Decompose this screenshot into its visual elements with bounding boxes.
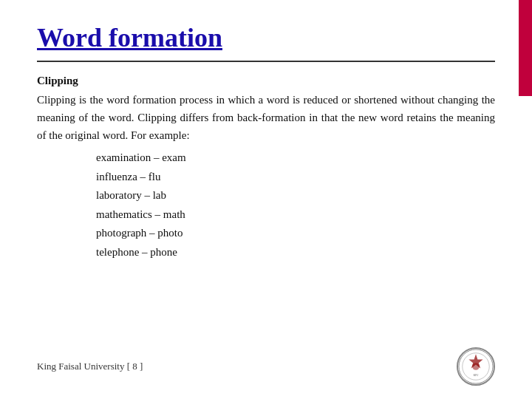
list-item: laboratory – lab	[96, 186, 495, 205]
examples-list: examination – examinfluenza – flulaborat…	[37, 149, 495, 262]
list-item: photograph – photo	[96, 224, 495, 243]
accent-bar	[519, 0, 532, 96]
svg-text:KFU: KFU	[474, 374, 479, 377]
title-divider	[37, 61, 495, 62]
list-item: examination – exam	[96, 149, 495, 168]
content-area: Clipping Clipping is the word formation …	[37, 72, 495, 262]
section-heading: Clipping	[37, 72, 495, 89]
page-title[interactable]: Word formation	[37, 22, 222, 53]
list-item: telephone – phone	[96, 243, 495, 262]
section-body: Clipping is the word formation process i…	[37, 91, 495, 144]
footer: King Faisal University [ 8 ] KFU	[37, 347, 495, 386]
list-item: mathematics – math	[96, 205, 495, 225]
list-item: influenza – flu	[96, 168, 495, 187]
svg-point-3	[472, 363, 480, 370]
footer-university: King Faisal University [ 8 ]	[37, 361, 143, 372]
university-emblem: KFU	[457, 347, 495, 386]
slide: Word formation Clipping Clipping is the …	[0, 0, 532, 399]
